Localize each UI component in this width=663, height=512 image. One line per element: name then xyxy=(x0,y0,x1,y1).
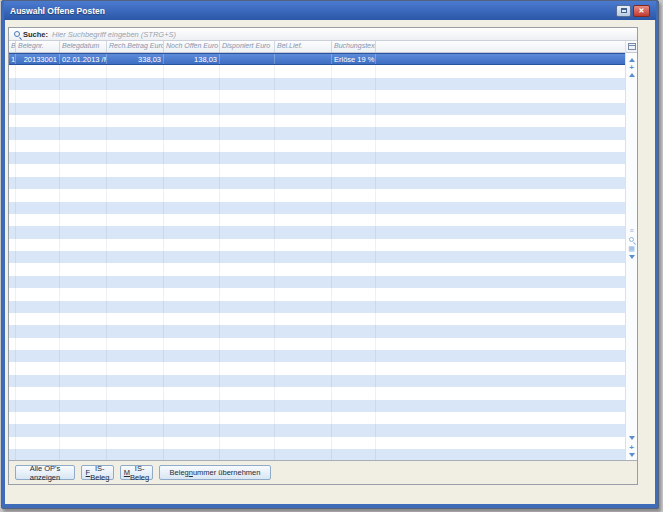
table-row xyxy=(9,90,625,102)
take-document-number-button[interactable]: Belegnummer übernehmen xyxy=(159,465,271,480)
nav-group-middle: ≡ ▦ xyxy=(626,227,637,259)
table-row xyxy=(9,412,625,424)
nav-group-top: + xyxy=(626,56,637,77)
table-row xyxy=(9,362,625,374)
restore-icon xyxy=(621,8,627,13)
column-header-belegdatum[interactable]: Belegdatum xyxy=(60,41,107,52)
cell-rechbetrag: 338,03 xyxy=(107,54,164,64)
cell-belegnr: 20133001 xyxy=(16,54,60,64)
window-body: Auswahl Offene Posten ✕ Suche: xyxy=(5,3,655,504)
table-row xyxy=(9,263,625,275)
cell-filler xyxy=(376,54,625,64)
column-chooser-icon xyxy=(628,43,636,50)
search-bar: Suche: xyxy=(9,28,637,41)
column-header-buchungstext[interactable]: Buchungstext xyxy=(332,41,376,52)
table-row xyxy=(9,65,625,77)
table-row xyxy=(9,214,625,226)
mis-beleg-button[interactable]: MIS-Beleg xyxy=(120,465,153,480)
column-chooser-button[interactable] xyxy=(626,41,637,53)
nav-group-bottom: + xyxy=(626,436,637,457)
filter-icon[interactable] xyxy=(629,255,635,259)
button-bar: Alle OP's anzeigen FIS-Beleg MIS-Beleg B… xyxy=(9,460,637,484)
table-row xyxy=(9,424,625,436)
table-row xyxy=(9,152,625,164)
table-row xyxy=(9,140,625,152)
nav-plus-bottom-icon[interactable]: + xyxy=(629,445,634,450)
show-all-ops-button[interactable]: Alle OP's anzeigen xyxy=(15,465,75,480)
data-grid: B Belegnr. Belegdatum Rech.Betrag Euro N… xyxy=(9,41,625,460)
scroll-strip[interactable]: + ≡ ▦ + xyxy=(625,41,637,460)
table-row xyxy=(9,338,625,350)
scroll-down-icon[interactable] xyxy=(629,453,635,457)
table-row xyxy=(9,288,625,300)
table-row xyxy=(9,226,625,238)
search-icon[interactable] xyxy=(14,31,20,37)
fis-beleg-button[interactable]: FIS-Beleg xyxy=(81,465,114,480)
table-row xyxy=(9,103,625,115)
cell-buchungstext: Erlöse 19 % USt xyxy=(332,54,376,64)
column-header-filler xyxy=(376,41,625,52)
app-window: Auswahl Offene Posten ✕ Suche: xyxy=(0,0,663,512)
nav-plus-icon[interactable]: + xyxy=(629,65,634,70)
table-row xyxy=(9,251,625,263)
table-body-empty xyxy=(9,65,625,460)
grid-header: B Belegnr. Belegdatum Rech.Betrag Euro N… xyxy=(9,41,625,53)
main-panel: Suche: B Belegnr. Belegdatum Rech.Betrag… xyxy=(8,27,638,485)
search-input[interactable] xyxy=(52,29,372,39)
table-row xyxy=(9,387,625,399)
table-row xyxy=(9,189,625,201)
scroll-to-top-icon[interactable] xyxy=(629,56,635,62)
table-row xyxy=(9,437,625,449)
table-row xyxy=(9,350,625,362)
column-header-disponiert[interactable]: Disponiert Euro xyxy=(220,41,275,52)
table-row xyxy=(9,375,625,387)
column-header-rechbetrag[interactable]: Rech.Betrag Euro xyxy=(107,41,164,52)
column-header-belegnr[interactable]: Belegnr. xyxy=(16,41,60,52)
table-row xyxy=(9,115,625,127)
column-header-b[interactable]: B xyxy=(9,41,16,52)
column-header-bellief[interactable]: Bel.Lief. xyxy=(275,41,332,52)
search-label: Suche: xyxy=(23,30,48,39)
window-frame: Auswahl Offene Posten ✕ Suche: xyxy=(1,0,659,509)
zoom-icon[interactable] xyxy=(629,237,634,242)
close-button[interactable]: ✕ xyxy=(633,5,650,17)
table-row xyxy=(9,313,625,325)
grip-icon[interactable]: ≡ xyxy=(629,227,633,234)
scroll-to-bottom-icon[interactable] xyxy=(629,436,635,442)
titlebar[interactable]: Auswahl Offene Posten ✕ xyxy=(4,1,656,20)
close-icon: ✕ xyxy=(639,7,645,14)
table-row xyxy=(9,239,625,251)
cell-rownum: 1 xyxy=(9,54,16,64)
table-row xyxy=(9,400,625,412)
table-row xyxy=(9,127,625,139)
cell-bellief xyxy=(275,54,332,64)
cell-disponiert xyxy=(220,54,275,64)
cell-nochoffen: 138,03 xyxy=(164,54,220,64)
column-header-nochoffen[interactable]: Noch Offen Euro xyxy=(164,41,220,52)
table-row xyxy=(9,325,625,337)
table-row xyxy=(9,78,625,90)
table-row xyxy=(9,301,625,313)
restore-button[interactable] xyxy=(616,5,631,17)
table-row xyxy=(9,449,625,460)
table-row xyxy=(9,276,625,288)
window-title: Auswahl Offene Posten xyxy=(10,6,105,16)
grid-view-icon[interactable]: ▦ xyxy=(628,245,635,252)
window-controls: ✕ xyxy=(616,5,650,17)
table-row-selected[interactable]: 1 20133001 02.01.2013 /Mi 338,03 138,03 … xyxy=(9,53,625,65)
table-row xyxy=(9,164,625,176)
cell-belegdatum: 02.01.2013 /Mi xyxy=(60,54,107,64)
scroll-up-icon[interactable] xyxy=(629,73,635,77)
table-row xyxy=(9,202,625,214)
table-row xyxy=(9,177,625,189)
